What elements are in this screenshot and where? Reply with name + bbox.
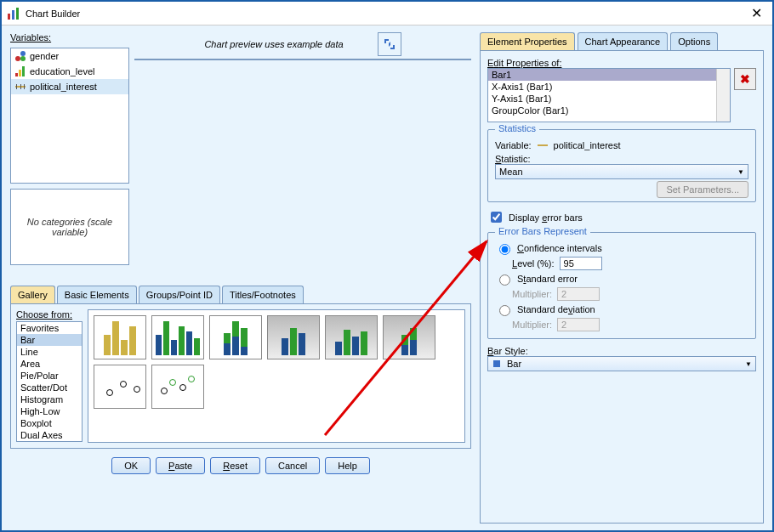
- svg-rect-11: [20, 84, 21, 89]
- group-title: Error Bars Represent: [495, 226, 590, 236]
- tab-element-properties[interactable]: Element Properties: [480, 32, 575, 50]
- gallery-thumbs: [88, 309, 465, 443]
- edit-properties-label: Edit Properties of:: [487, 58, 756, 68]
- radio-standard-deviation[interactable]: Standard deviation: [495, 303, 748, 316]
- svg-rect-20: [493, 360, 500, 367]
- svg-point-3: [15, 56, 20, 61]
- properties-listbox[interactable]: Bar1 X-Axis1 (Bar1) Y-Axis1 (Bar1) Group…: [487, 68, 731, 122]
- lb-xaxis[interactable]: X-Axis1 (Bar1): [488, 81, 730, 93]
- statistic-value: Mean: [499, 167, 523, 177]
- chart-type-pie[interactable]: Pie/Polar: [17, 370, 82, 382]
- tab-groups-point-id[interactable]: Groups/Point ID: [139, 286, 220, 303]
- svg-point-4: [20, 51, 26, 56]
- svg-rect-7: [19, 70, 21, 76]
- radio-standard-error[interactable]: Standard error: [495, 272, 748, 286]
- chart-type-boxplot[interactable]: Boxplot: [17, 417, 82, 429]
- reset-button[interactable]: Reset: [210, 457, 260, 474]
- help-button[interactable]: Help: [325, 457, 370, 474]
- ordinal-icon: [14, 65, 26, 77]
- tab-titles-footnotes[interactable]: Titles/Footnotes: [222, 286, 304, 303]
- tab-options[interactable]: Options: [670, 32, 718, 50]
- thumb-stacked-bar[interactable]: [209, 315, 262, 359]
- svg-rect-8: [22, 66, 25, 76]
- variables-label: Variables:: [10, 32, 129, 42]
- level-input[interactable]: [560, 257, 602, 270]
- statistic-combo[interactable]: Mean ▼: [495, 164, 748, 179]
- chart-type-list[interactable]: Favorites Bar Line Area Pie/Polar Scatte…: [16, 321, 83, 442]
- delete-element-button[interactable]: ✖: [734, 68, 756, 90]
- radio-input[interactable]: [499, 305, 510, 316]
- chart-type-histogram[interactable]: Histogram: [17, 393, 82, 405]
- paste-button[interactable]: Paste: [156, 457, 205, 474]
- multiplier-input: [557, 318, 600, 331]
- chart-type-favorites[interactable]: Favorites: [17, 322, 82, 334]
- svg-rect-12: [24, 84, 25, 89]
- variables-list[interactable]: gender education_level political_interes…: [10, 48, 129, 184]
- thumb-3d-stacked[interactable]: [383, 315, 435, 359]
- svg-rect-10: [16, 84, 17, 89]
- thumb-3d-clustered[interactable]: [325, 315, 378, 359]
- scale-icon: [14, 81, 26, 93]
- app-icon: [7, 7, 20, 20]
- chart-type-scatter[interactable]: Scatter/Dot: [17, 382, 82, 393]
- bar-style-value: Bar: [507, 359, 521, 369]
- radio-input[interactable]: [499, 244, 510, 255]
- no-categories-box: No categories (scale variable): [10, 189, 129, 265]
- variable-label: Variable:: [495, 140, 532, 150]
- statistics-group: Statistics Variable: political_interest …: [487, 129, 756, 202]
- lb-groupcolor[interactable]: GroupColor (Bar1): [488, 105, 730, 116]
- var-gender[interactable]: gender: [11, 48, 128, 64]
- scale-icon: [537, 139, 549, 151]
- var-political[interactable]: political_interest: [11, 79, 128, 94]
- chevron-down-icon: ▼: [745, 360, 752, 368]
- thumb-clustered-error[interactable]: [151, 365, 204, 409]
- checkbox-input[interactable]: [491, 212, 502, 223]
- tab-gallery[interactable]: Gallery: [10, 286, 55, 303]
- tab-chart-appearance[interactable]: Chart Appearance: [578, 32, 669, 50]
- close-button[interactable]: ✕: [746, 5, 767, 21]
- thumb-simple-bar[interactable]: [94, 315, 146, 359]
- bar-style-combo[interactable]: Bar ▼: [487, 356, 756, 371]
- titlebar: Chart Builder ✕: [2, 2, 772, 25]
- chart-type-bar[interactable]: Bar: [17, 334, 82, 346]
- radio-input[interactable]: [499, 274, 510, 286]
- chart-canvas[interactable]: Clustered Bar Mean of political_int... M…: [134, 59, 471, 60]
- chart-type-dualaxes[interactable]: Dual Axes: [17, 429, 82, 441]
- window-title: Chart Builder: [26, 8, 746, 19]
- lb-bar1[interactable]: Bar1: [488, 69, 730, 81]
- multiplier-input: [557, 287, 600, 301]
- chart-type-line[interactable]: Line: [17, 346, 82, 358]
- svg-rect-19: [538, 144, 548, 146]
- svg-rect-1: [12, 10, 14, 20]
- thumb-3d-bar[interactable]: [267, 315, 320, 359]
- preview-hint: Chart preview uses example data: [204, 39, 343, 49]
- variable-value: political_interest: [554, 140, 621, 150]
- thumb-clustered-bar[interactable]: [151, 315, 204, 359]
- svg-rect-0: [8, 14, 10, 20]
- group-title: Statistics: [495, 123, 539, 133]
- var-education[interactable]: education_level: [11, 64, 128, 79]
- dialog-buttons: OK Paste Reset Cancel Help: [10, 449, 471, 474]
- display-error-bars-checkbox[interactable]: Display error bars: [487, 209, 756, 225]
- choose-from-label: Choose from:: [16, 309, 83, 320]
- svg-rect-6: [15, 73, 18, 76]
- svg-rect-2: [16, 8, 19, 20]
- var-label-text: political_interest: [30, 82, 97, 92]
- tab-basic-elements[interactable]: Basic Elements: [57, 286, 137, 303]
- scrollbar[interactable]: [716, 69, 730, 122]
- thumb-simple-error[interactable]: [94, 365, 146, 409]
- ok-button[interactable]: OK: [111, 457, 151, 474]
- var-label-text: gender: [30, 51, 59, 61]
- radio-confidence-intervals[interactable]: Confidence intervals: [495, 241, 748, 255]
- cancel-button[interactable]: Cancel: [265, 457, 320, 474]
- swap-axes-button[interactable]: [378, 32, 401, 56]
- lb-yaxis[interactable]: Y-Axis1 (Bar1): [488, 93, 730, 105]
- error-bars-group: Error Bars Represent Confidence interval…: [487, 232, 756, 339]
- svg-point-5: [20, 56, 26, 61]
- properties-tabs: Element Properties Chart Appearance Opti…: [480, 32, 764, 50]
- chart-type-highlow[interactable]: High-Low: [17, 405, 82, 417]
- var-label-text: education_level: [30, 66, 94, 76]
- bar-icon: [492, 359, 502, 369]
- chart-type-area[interactable]: Area: [17, 358, 82, 370]
- bar-style-label: Bar Style:: [487, 346, 756, 356]
